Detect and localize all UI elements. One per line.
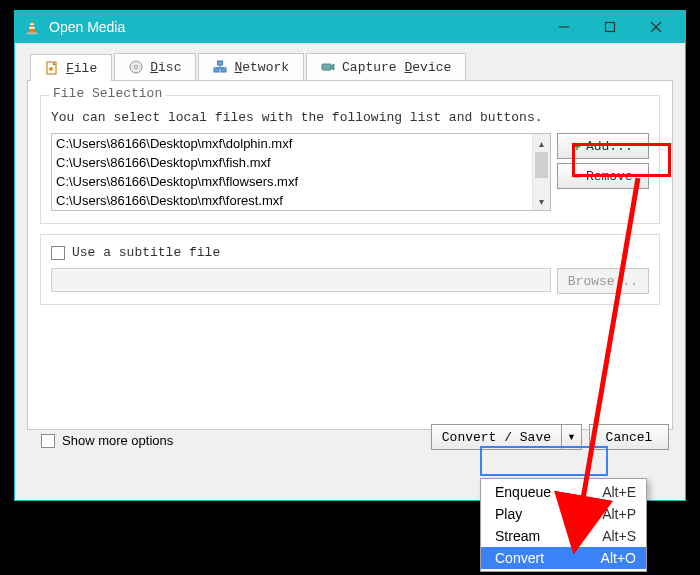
svg-rect-13 xyxy=(214,68,219,72)
scroll-thumb[interactable] xyxy=(535,152,548,178)
file-icon xyxy=(45,61,59,75)
menu-item-label: Play xyxy=(495,506,602,522)
file-selection-group: File Selection You can select local file… xyxy=(40,95,660,224)
svg-rect-15 xyxy=(218,61,223,65)
browse-button-label: Browse... xyxy=(568,274,638,289)
menu-item-stream[interactable]: Stream Alt+S xyxy=(481,525,646,547)
tab-capture[interactable]: Capture Device xyxy=(306,53,466,80)
list-item[interactable]: C:\Users\86166\Desktop\mxf\dolphin.mxf xyxy=(52,134,532,153)
convert-save-dropdown-toggle[interactable]: ▼ xyxy=(562,424,582,450)
subtitle-path-field xyxy=(51,268,551,292)
titlebar: Open Media xyxy=(15,11,685,43)
subtitle-group: Use a subtitle file Browse... xyxy=(40,234,660,305)
dialog-body: File Disc Network Capture Device xyxy=(15,43,685,442)
subtitle-checkbox[interactable] xyxy=(51,246,65,260)
menu-item-convert[interactable]: Convert Alt+O xyxy=(481,547,646,569)
file-buttons: + Add... − Remove xyxy=(557,133,649,211)
menu-item-accel: Alt+O xyxy=(601,550,636,566)
network-icon xyxy=(213,60,227,74)
svg-rect-18 xyxy=(322,64,331,70)
scroll-up-icon[interactable]: ▴ xyxy=(533,134,550,152)
menu-item-label: Convert xyxy=(495,550,601,566)
convert-save-button[interactable]: Convert / Save xyxy=(431,424,562,450)
convert-save-label: Convert / Save xyxy=(442,430,551,445)
file-list[interactable]: C:\Users\86166\Desktop\mxf\dolphin.mxf C… xyxy=(51,133,551,211)
svg-rect-3 xyxy=(29,27,34,29)
file-selection-hint: You can select local files with the foll… xyxy=(51,110,649,125)
chevron-down-icon: ▼ xyxy=(567,432,576,442)
remove-button[interactable]: − Remove xyxy=(557,163,649,189)
subtitle-check-label: Use a subtitle file xyxy=(72,245,220,260)
tab-network-label: Network xyxy=(234,60,289,75)
menu-item-enqueue[interactable]: Enqueue Alt+E xyxy=(481,481,646,503)
convert-save-menu: Enqueue Alt+E Play Alt+P Stream Alt+S Co… xyxy=(480,478,647,572)
capture-icon xyxy=(321,60,335,74)
list-item[interactable]: C:\Users\86166\Desktop\mxf\flowsers.mxf xyxy=(52,172,532,191)
plus-icon: + xyxy=(573,139,581,154)
open-media-dialog: Open Media File xyxy=(14,10,686,501)
svg-rect-2 xyxy=(30,23,34,25)
tab-disc-label: Disc xyxy=(150,60,181,75)
show-more-checkbox[interactable] xyxy=(41,434,55,448)
vlc-cone-icon xyxy=(23,18,41,36)
scrollbar[interactable]: ▴ ▾ xyxy=(532,134,550,210)
svg-marker-0 xyxy=(28,20,35,34)
scroll-down-icon[interactable]: ▾ xyxy=(533,192,550,210)
cancel-button[interactable]: Cancel xyxy=(589,424,669,450)
add-button-label: Add... xyxy=(586,139,633,154)
list-item[interactable]: C:\Users\86166\Desktop\mxf\fish.mxf xyxy=(52,153,532,172)
svg-rect-1 xyxy=(27,32,38,34)
window-title: Open Media xyxy=(49,19,125,35)
tab-row: File Disc Network Capture Device xyxy=(30,53,673,80)
dialog-actions: Convert / Save ▼ Cancel xyxy=(431,424,669,450)
tab-network[interactable]: Network xyxy=(198,53,304,80)
svg-point-12 xyxy=(135,65,138,68)
close-button[interactable] xyxy=(633,11,679,43)
list-item[interactable]: C:\Users\86166\Desktop\mxf\forest.mxf xyxy=(52,191,532,205)
tab-panel: File Selection You can select local file… xyxy=(27,80,673,430)
add-button[interactable]: + Add... xyxy=(557,133,649,159)
file-list-items: C:\Users\86166\Desktop\mxf\dolphin.mxf C… xyxy=(52,134,532,210)
maximize-button[interactable] xyxy=(587,11,633,43)
svg-rect-14 xyxy=(221,68,226,72)
tab-disc[interactable]: Disc xyxy=(114,53,196,80)
browse-button: Browse... xyxy=(557,268,649,294)
file-selection-legend: File Selection xyxy=(49,86,166,101)
remove-button-label: Remove xyxy=(586,169,633,184)
convert-save-split: Convert / Save ▼ xyxy=(431,424,582,450)
show-more-row: Show more options xyxy=(41,433,173,448)
tab-file[interactable]: File xyxy=(30,54,112,81)
tab-file-label: File xyxy=(66,61,97,76)
window-controls xyxy=(541,11,679,43)
minimize-button[interactable] xyxy=(541,11,587,43)
disc-icon xyxy=(129,60,143,74)
svg-point-10 xyxy=(49,67,53,71)
menu-item-accel: Alt+S xyxy=(602,528,636,544)
menu-item-accel: Alt+P xyxy=(602,506,636,522)
scroll-track[interactable] xyxy=(533,178,550,192)
menu-item-label: Stream xyxy=(495,528,602,544)
show-more-label: Show more options xyxy=(62,433,173,448)
cancel-button-label: Cancel xyxy=(606,430,653,445)
tab-capture-label: Capture Device xyxy=(342,60,451,75)
minus-icon: − xyxy=(573,169,581,184)
svg-rect-5 xyxy=(606,23,615,32)
menu-item-accel: Alt+E xyxy=(602,484,636,500)
menu-item-label: Enqueue xyxy=(495,484,602,500)
menu-item-play[interactable]: Play Alt+P xyxy=(481,503,646,525)
